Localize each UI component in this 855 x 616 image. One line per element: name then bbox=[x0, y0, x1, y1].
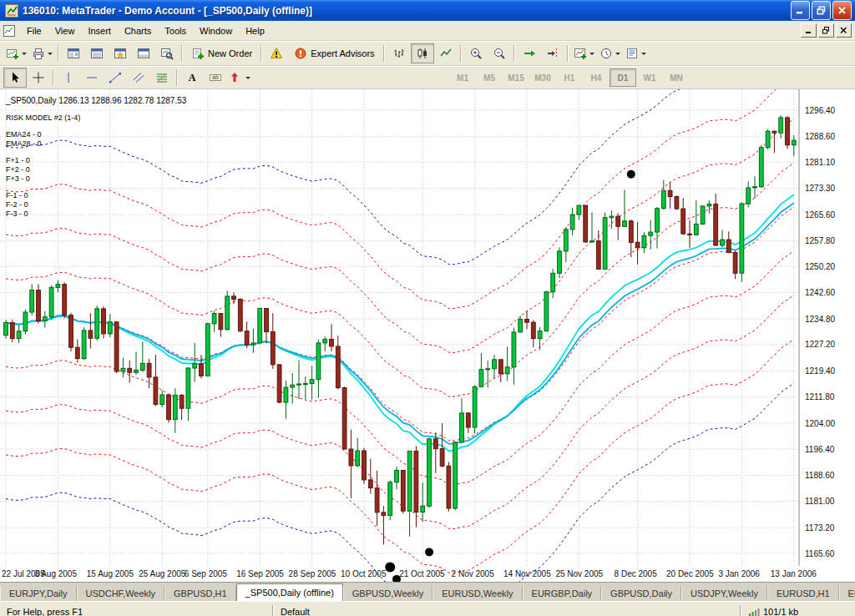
equidistant-channel-button[interactable] bbox=[127, 68, 150, 88]
chart-tab[interactable]: EURUSD,H1 bbox=[767, 586, 839, 601]
bar-chart-button[interactable] bbox=[387, 43, 411, 63]
market-watch-button[interactable] bbox=[62, 43, 85, 63]
chart-area[interactable]: 1296.401288.601281.101273.301265.601257.… bbox=[0, 89, 855, 582]
chart-tab[interactable]: GBPUSD,H1 bbox=[164, 586, 236, 601]
data-window-button[interactable] bbox=[85, 43, 109, 63]
mdi-minimize-button[interactable] bbox=[801, 23, 817, 38]
menu-charts[interactable]: Charts bbox=[118, 21, 158, 40]
menu-insert[interactable]: Insert bbox=[81, 21, 118, 40]
text-label-button[interactable]: ab bbox=[204, 68, 227, 88]
fibonacci-button[interactable] bbox=[150, 68, 174, 88]
timeframe-m15[interactable]: M15 bbox=[503, 68, 529, 87]
title-bar[interactable]: 136010: MetaTrader - Demo Account - [_SP… bbox=[0, 0, 855, 21]
timeframe-m30[interactable]: M30 bbox=[529, 68, 556, 87]
horizontal-line-button[interactable] bbox=[80, 68, 104, 88]
menu-bar: FileViewInsertChartsToolsWindowHelp bbox=[0, 21, 855, 41]
arrows-button[interactable] bbox=[227, 68, 253, 88]
chart-shift-icon bbox=[546, 47, 559, 60]
indicators-button[interactable] bbox=[571, 43, 597, 63]
timeframe-buttons: M1M5M15M30H1H4D1W1MN bbox=[449, 68, 690, 87]
window-controls bbox=[791, 1, 852, 20]
svg-text:1173.20: 1173.20 bbox=[805, 523, 835, 533]
svg-text:1165.60: 1165.60 bbox=[805, 549, 835, 558]
expert-advisors-button[interactable]: Expert Advisors bbox=[288, 43, 380, 63]
vertical-line-button[interactable] bbox=[57, 68, 80, 88]
chart-tab[interactable]: USDJPY,Weekly bbox=[681, 586, 767, 601]
svg-text:3 Jan 2006: 3 Jan 2006 bbox=[718, 569, 760, 578]
candlestick-chart-button[interactable] bbox=[411, 43, 434, 63]
mdi-restore-button[interactable] bbox=[818, 23, 834, 38]
text-button[interactable]: A bbox=[180, 68, 204, 88]
chart-tab[interactable]: EURJPY,Daily bbox=[0, 586, 77, 601]
line-chart-button[interactable] bbox=[434, 43, 458, 63]
svg-text:15 Aug 2005: 15 Aug 2005 bbox=[87, 569, 134, 578]
profiles-button[interactable] bbox=[29, 43, 55, 63]
menu-view[interactable]: View bbox=[48, 21, 82, 40]
menu-help[interactable]: Help bbox=[239, 21, 271, 40]
text-icon: A bbox=[185, 71, 199, 84]
fibonacci-icon bbox=[155, 71, 169, 84]
svg-text:1296.40: 1296.40 bbox=[805, 106, 836, 115]
horizontal-line-icon bbox=[85, 71, 99, 84]
expert-advisors-icon bbox=[294, 47, 307, 60]
status-profile[interactable]: Default bbox=[274, 607, 740, 616]
toolbar-separator bbox=[261, 45, 262, 62]
svg-text:21 Oct 2005: 21 Oct 2005 bbox=[399, 569, 445, 578]
new-order-button[interactable]: New Order bbox=[185, 43, 258, 63]
new-order-label: New Order bbox=[208, 48, 252, 58]
market-watch-icon bbox=[67, 47, 80, 60]
chart-window-icon[interactable] bbox=[3, 25, 18, 37]
minimize-button[interactable] bbox=[791, 1, 810, 20]
svg-text:1242.60: 1242.60 bbox=[805, 288, 836, 297]
menu-window[interactable]: Window bbox=[193, 21, 239, 40]
toolbar-separator bbox=[181, 45, 183, 62]
chart-shift-button[interactable] bbox=[541, 43, 564, 63]
menu-tools[interactable]: Tools bbox=[158, 21, 193, 40]
strategy-tester-button[interactable] bbox=[155, 43, 179, 63]
chart-tab[interactable]: USDCHF,Weekly bbox=[77, 586, 165, 601]
profiles-printer-icon bbox=[32, 47, 45, 60]
metaeditor-warning-icon bbox=[270, 47, 283, 60]
crosshair-button[interactable] bbox=[27, 68, 50, 88]
svg-text:28 Sep 2005: 28 Sep 2005 bbox=[289, 569, 336, 578]
navigator-button[interactable] bbox=[109, 43, 132, 63]
zoom-out-button[interactable] bbox=[488, 43, 511, 63]
timeframe-m1[interactable]: M1 bbox=[449, 68, 476, 87]
svg-text:1234.80: 1234.80 bbox=[805, 315, 836, 324]
menu-items: FileViewInsertChartsToolsWindowHelp bbox=[20, 21, 801, 40]
terminal-button[interactable] bbox=[132, 43, 155, 63]
menu-file[interactable]: File bbox=[20, 21, 48, 40]
timeframe-mn[interactable]: MN bbox=[663, 68, 690, 87]
chart-tab[interactable]: EURUSD,Weekly bbox=[433, 586, 522, 601]
timeframe-m5[interactable]: M5 bbox=[476, 68, 503, 87]
status-connection[interactable]: 101/1 kb bbox=[741, 607, 855, 616]
chart-tab[interactable]: EURUSD,Daily bbox=[839, 586, 855, 601]
templates-button[interactable] bbox=[623, 43, 649, 63]
timeframe-h1[interactable]: H1 bbox=[556, 68, 583, 87]
timeframe-d1[interactable]: D1 bbox=[610, 68, 636, 87]
restore-button[interactable] bbox=[812, 1, 831, 20]
cursor-button[interactable] bbox=[3, 68, 27, 88]
periods-button[interactable] bbox=[597, 43, 623, 63]
toolbar-separator bbox=[460, 45, 462, 62]
mdi-close-button[interactable] bbox=[836, 23, 852, 38]
new-chart-button[interactable] bbox=[3, 43, 29, 63]
close-button[interactable] bbox=[832, 1, 852, 20]
toolbar-separator bbox=[176, 69, 178, 86]
svg-text:1181.00: 1181.00 bbox=[805, 497, 835, 506]
chart-tab[interactable]: GBPUSD,Daily bbox=[601, 586, 681, 601]
auto-scroll-button[interactable] bbox=[518, 43, 541, 63]
expert-advisors-label: Expert Advisors bbox=[311, 48, 374, 58]
arrow-up-icon bbox=[230, 71, 243, 84]
zoom-in-button[interactable] bbox=[464, 43, 488, 63]
risk-bands-layer bbox=[6, 89, 794, 582]
timeframe-w1[interactable]: W1 bbox=[636, 68, 663, 87]
trendline-button[interactable] bbox=[104, 68, 127, 88]
chart-tab[interactable]: _SP500,Daily (offline) bbox=[236, 583, 343, 601]
chart-tab[interactable]: GBPUSD,Weekly bbox=[343, 586, 433, 601]
metaeditor-button[interactable] bbox=[265, 43, 288, 63]
timeframe-h4[interactable]: H4 bbox=[583, 68, 610, 87]
chart-tab[interactable]: EURGBP,Daily bbox=[523, 586, 602, 601]
zoom-in-icon bbox=[469, 47, 483, 60]
chart-canvas[interactable]: 1296.401288.601281.101273.301265.601257.… bbox=[0, 89, 855, 582]
